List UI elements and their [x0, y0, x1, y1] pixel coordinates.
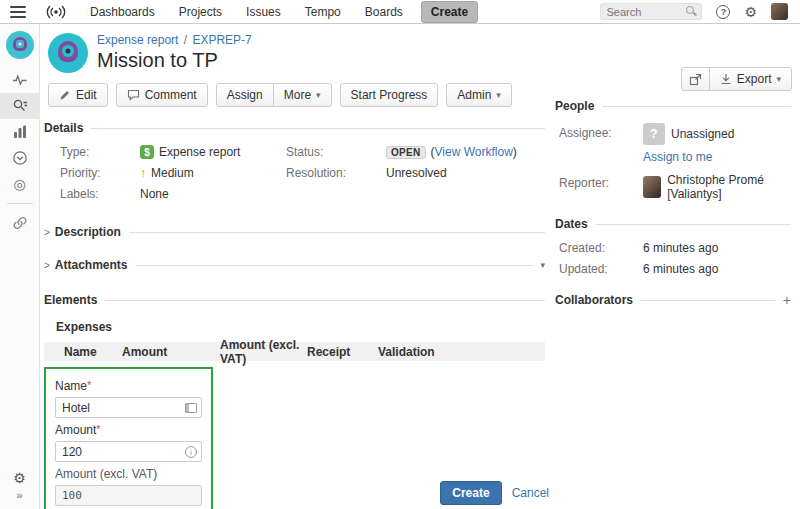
nav-issues[interactable]: Issues	[234, 5, 293, 19]
reporter-value: Christophe Promé [Valiantys]	[667, 173, 795, 201]
sidebar-item-activity[interactable]	[0, 67, 40, 93]
details-section-header: Details	[44, 121, 545, 135]
labels-label: Labels:	[60, 187, 140, 201]
type-label: Type:	[60, 145, 140, 159]
assign-more-group: Assign More▾	[216, 83, 332, 107]
unassigned-avatar: ?	[643, 123, 665, 145]
target-icon: ◎	[13, 176, 25, 192]
amount-field[interactable]	[55, 441, 202, 462]
issue-type-avatar	[48, 33, 88, 73]
priority-label: Priority:	[60, 166, 140, 180]
collaborators-section-header: Collaborators +	[555, 292, 791, 308]
more-dropdown-button[interactable]: More▾	[273, 83, 332, 107]
project-sidebar: ◎ ⚙ »	[0, 24, 40, 509]
hamburger-menu-icon[interactable]	[10, 3, 26, 21]
assignee-value: Unassigned	[671, 127, 734, 141]
status-badge: OPEN	[386, 146, 426, 159]
updated-label: Updated:	[559, 262, 643, 276]
form-actions: Create Cancel	[44, 481, 549, 505]
resolution-value: Unresolved	[386, 166, 447, 180]
breadcrumb-issue-link[interactable]: EXPREP-7	[192, 33, 251, 47]
create-button[interactable]: Create	[440, 481, 501, 505]
updated-value: 6 minutes ago	[643, 262, 718, 276]
chevron-right-icon: >	[44, 227, 50, 238]
priority-medium-icon: ↑	[140, 166, 146, 180]
expenses-table-header: Name Amount Amount (excl. VAT) Receipt V…	[44, 342, 545, 361]
column-receipt: Receipt	[307, 345, 378, 359]
name-field[interactable]	[55, 397, 202, 418]
top-navigation-bar: Dashboards Projects Issues Tempo Boards …	[0, 0, 800, 24]
nav-dashboards[interactable]: Dashboards	[78, 5, 167, 19]
project-avatar[interactable]	[6, 31, 34, 59]
view-workflow-link[interactable]: View Workflow	[435, 145, 513, 159]
sidebar-item-links[interactable]	[0, 210, 40, 236]
sidebar-settings-gear-icon[interactable]: ⚙	[13, 471, 26, 485]
nav-projects[interactable]: Projects	[167, 5, 234, 19]
people-section-header: People	[555, 99, 791, 113]
caret-down-icon: ▾	[496, 90, 501, 100]
reporter-avatar	[643, 176, 661, 198]
attachments-section-header[interactable]: > Attachments ▾	[44, 258, 545, 272]
attachments-menu-caret-icon[interactable]: ▾	[540, 260, 545, 270]
help-icon[interactable]: ?	[716, 5, 730, 19]
description-section-header[interactable]: > Description	[44, 225, 545, 239]
sidebar-collapse-icon[interactable]: »	[12, 485, 26, 505]
created-value: 6 minutes ago	[643, 241, 718, 255]
nav-boards[interactable]: Boards	[353, 5, 415, 19]
user-avatar[interactable]	[771, 3, 788, 20]
admin-dropdown-button[interactable]: Admin▾	[446, 83, 512, 107]
bar-chart-icon	[12, 124, 28, 140]
search-input[interactable]	[606, 6, 686, 18]
column-name: Name	[44, 345, 122, 359]
expense-report-type-icon: $	[140, 145, 154, 159]
issue-view: Expense report / EXPREP-7 Mission to TP …	[41, 24, 800, 509]
reporter-label: Reporter:	[559, 173, 643, 190]
quick-search[interactable]	[600, 3, 702, 20]
assign-to-me-link[interactable]: Assign to me	[643, 150, 712, 164]
activity-pulse-icon	[12, 72, 28, 88]
resolution-label: Resolution:	[286, 166, 386, 180]
field-picker-icon[interactable]	[185, 403, 197, 413]
create-issue-nav-button[interactable]: Create	[421, 1, 478, 23]
admin-gear-icon[interactable]: ⚙	[744, 5, 757, 19]
priority-value: Medium	[151, 166, 194, 180]
column-amount-excl-vat: Amount (excl. VAT)	[220, 338, 307, 366]
add-collaborator-icon[interactable]: +	[783, 292, 791, 308]
cancel-link[interactable]: Cancel	[512, 486, 549, 500]
assignee-label: Assignee:	[559, 123, 643, 140]
chevron-right-icon: >	[44, 260, 50, 271]
pencil-icon	[59, 89, 71, 101]
sidebar-item-reports[interactable]	[0, 119, 40, 145]
app-logo-icon[interactable]	[44, 4, 68, 20]
sidebar-item-issue-navigator[interactable]	[0, 93, 40, 119]
clock-chevron-icon	[12, 150, 28, 166]
expenses-subheading: Expenses	[56, 320, 549, 334]
sidebar-item-releases[interactable]: ◎	[0, 171, 40, 197]
breadcrumb-project-link[interactable]: Expense report	[97, 33, 178, 47]
assign-button[interactable]: Assign	[216, 83, 274, 107]
issue-toolbar: Edit Comment Assign More▾ Start Progress…	[48, 83, 549, 107]
comment-button[interactable]: Comment	[116, 83, 208, 107]
column-validation: Validation	[378, 345, 435, 359]
nav-tempo[interactable]: Tempo	[293, 5, 353, 19]
info-icon: i	[185, 446, 197, 458]
comment-bubble-icon	[127, 89, 140, 101]
sidebar-divider	[7, 203, 33, 204]
labels-value: None	[140, 187, 169, 201]
breadcrumb: Expense report / EXPREP-7	[97, 33, 252, 47]
type-value: Expense report	[159, 145, 240, 159]
status-label: Status:	[286, 145, 386, 159]
amount-field-label: Amount*	[55, 423, 202, 437]
start-progress-button[interactable]: Start Progress	[340, 83, 439, 107]
column-amount: Amount	[122, 345, 220, 359]
link-icon	[12, 215, 28, 231]
issue-search-icon	[12, 98, 28, 114]
created-label: Created:	[559, 241, 643, 255]
name-field-label: Name*	[55, 379, 202, 393]
sidebar-item-tempo[interactable]	[0, 145, 40, 171]
details-grid: Type: $Expense report Priority: ↑Medium …	[60, 145, 549, 208]
amount-excl-vat-label: Amount (excl. VAT)	[55, 467, 202, 481]
elements-section-header: Elements	[44, 293, 545, 307]
edit-button[interactable]: Edit	[48, 83, 108, 107]
page-title: Mission to TP	[97, 49, 252, 72]
